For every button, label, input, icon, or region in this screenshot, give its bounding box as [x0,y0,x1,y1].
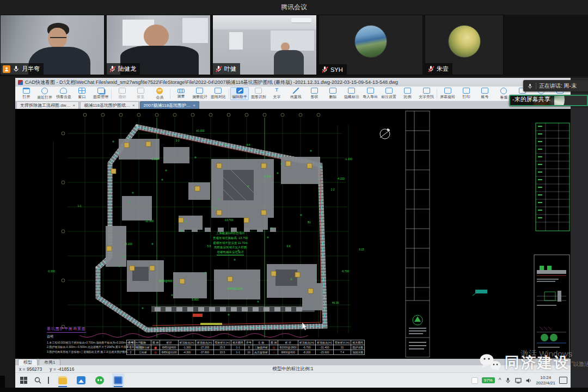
model-tab-2[interactable]: 布局1 [39,359,60,365]
taskbar-folder-app-icon[interactable] [57,373,69,387]
toolbar-label: 导入导出 [363,94,378,99]
center-note-line: 上海杨浦118街坊项目 [195,231,266,236]
legend-header: 相关图纸 [351,340,365,345]
toolbar-edit-button[interactable]: 编辑助手 [230,87,249,100]
participant-name-tag: 叶健 [213,63,240,75]
print-icon [463,88,470,94]
toolbar-line-button[interactable]: 画直线 [286,87,305,100]
toolbar-user-button[interactable]: 账号 [476,87,494,100]
toolbar-shape-button[interactable]: 形状 [305,87,323,100]
legend-header: 桩顶标高(m) [178,340,196,345]
ruler-icon [177,89,185,93]
legend-header: 桩径 [160,340,178,345]
toolbar-hide-button[interactable]: 隐藏标注 [342,87,361,100]
tab-close-icon[interactable]: × [72,103,75,108]
participant-tile-5[interactable]: SYH [318,15,423,75]
ime-icon[interactable] [471,377,478,384]
legend-header: 图 例 [270,340,278,345]
toolbar-label: 撤销 [119,94,126,99]
cad-window: CAD快速看图 - D:\文档\WeChat Files\wxid_sm27ws… [15,78,571,388]
toolbar-separator [170,89,170,99]
center-note-line: 塔楼电梯井深坑另详 [217,250,244,255]
toolbar-label: 文字 [273,94,281,99]
toolbar-vip-button[interactable]: VIP会员 [150,87,169,101]
tab-close-icon[interactable]: × [132,103,135,108]
participant-tile-1[interactable]: -末的屏幕共享 [509,95,588,106]
toolbar-text-button[interactable]: 文字 [268,87,286,100]
export-icon [367,88,374,94]
toolbar-stats-button[interactable]: 测量统计 [191,87,209,100]
dim-label: 46.35 [332,301,339,304]
cursor-coordinates: x = 956273 y = -418516 [19,366,74,372]
doc-tab-3[interactable]: 2007杨浦118基坑围护…× [140,101,199,109]
cad-toolbar: 打开最近打开快看云盘窗口图层管理撤销恢复VIP会员测量测量统计图纸对比编辑助手图… [15,87,571,101]
recognize-icon [255,88,262,94]
toolbar-label: 删除 [329,94,337,99]
toolbar-erase-button[interactable]: 删除 [324,87,342,100]
tray-mic-icon[interactable] [505,377,511,384]
toolbar-label: 隐藏标注 [344,94,359,99]
cloud-icon [60,88,67,94]
toolbar-cloud-button[interactable]: 快看云盘 [54,87,73,100]
cad-canvas[interactable]: 基坑围护平面布置图 说明 1.本工程±0.000相当于绝对标高+3.700m,场… [15,109,571,359]
cad-title-text: CAD快速看图 - D:\文档\WeChat Files\wxid_sm27ws… [25,79,398,86]
model-tab-1[interactable]: 模型 [18,359,38,365]
battery-indicator[interactable]: 97% [482,377,495,383]
toolbar-rotate-button[interactable]: 屏幕旋转 [438,87,457,100]
participant-tile-3[interactable]: 陆健龙 [106,15,211,75]
toolbar-compare-button[interactable]: 图纸对比 [209,87,228,100]
participant-tile-4[interactable]: 叶健 [212,15,317,75]
clock-date: 2022/4/21 [536,381,555,386]
tray-expand-icon[interactable]: ^ [499,377,501,383]
toolbar-folder-button[interactable]: 打开 [17,87,35,100]
cad-titlebar[interactable]: CAD快速看图 - D:\文档\WeChat Files\wxid_sm27ws… [15,78,571,87]
action-center-icon[interactable] [559,377,567,384]
toolbar-redo-button[interactable]: 恢复 [132,87,150,100]
tray-speaker-icon[interactable] [525,377,532,384]
toolbar-window-button[interactable]: 窗口 [73,87,91,100]
toolbar-scale-button[interactable]: 比例 [399,87,417,100]
edit-icon [236,88,243,94]
dim-label: Φ850@600 [158,279,173,283]
taskbar-wechat-app-icon[interactable] [94,373,106,387]
screen-share-bottom-gutter [0,388,588,392]
line-icon [292,88,299,94]
toolbar-label: 会员 [156,95,163,100]
toolbar-label: 文字查找 [419,94,434,99]
taskbar-search-icon[interactable] [34,377,41,384]
toolbar-ruler-button[interactable]: 测量 [171,88,190,100]
participant-tile-2[interactable]: 月半弯 [0,15,105,75]
participant-tile-6[interactable]: 朱壹 [425,15,504,75]
taskbar-clock[interactable]: 10:24 2022/4/21 [536,375,555,385]
toolbar-export-button[interactable]: 导入导出 [361,87,379,100]
toolbar-clock-button[interactable]: 最近打开 [35,87,54,101]
taskbar-cad-viewer-app-icon[interactable] [112,373,124,387]
start-button-icon[interactable] [20,377,28,384]
toolbar-find-button[interactable]: 文字查找 [417,87,436,100]
mic-muted-icon [427,65,434,72]
stats-icon [196,88,203,94]
participant-name: SYH [330,66,343,73]
system-tray: 97% ^ 10:24 2022/4/21 [471,375,567,385]
tab-close-icon[interactable]: × [193,103,195,108]
annotation-scale: 模型中的标注比例:1 [272,366,313,372]
member-badge-icon [3,65,10,73]
window-icon [78,88,85,94]
toolbar-label: 画直线 [290,94,302,99]
red-marker [193,314,203,317]
tray-display-icon[interactable] [515,377,522,384]
toolbar-settings-button[interactable]: 标注设置 [379,87,398,100]
toolbar-undo-button[interactable]: 撤销 [113,87,131,100]
legend-header: 序号 [127,340,135,345]
toolbar-layers-button[interactable]: 图层管理 [91,87,110,100]
rotate-icon [444,88,451,94]
doc-tab-2[interactable]: 杨浦118基坑围护图纸…× [80,101,138,109]
toolbar-recognize-button[interactable]: 图形识别 [249,87,267,100]
doc-tab-1[interactable]: 支撑拆除施工流程图.dw…× [16,101,79,109]
toolbar-label: 图形识别 [251,94,266,99]
toolbar-print-button[interactable]: 打印 [457,87,475,100]
dim-label: -8.200 [125,242,132,246]
taskbar-photos-app-icon[interactable] [75,373,87,387]
doc-tab-label: 支撑拆除施工流程图.dw… [20,102,70,108]
legend-header: 相关图纸 [231,340,245,345]
